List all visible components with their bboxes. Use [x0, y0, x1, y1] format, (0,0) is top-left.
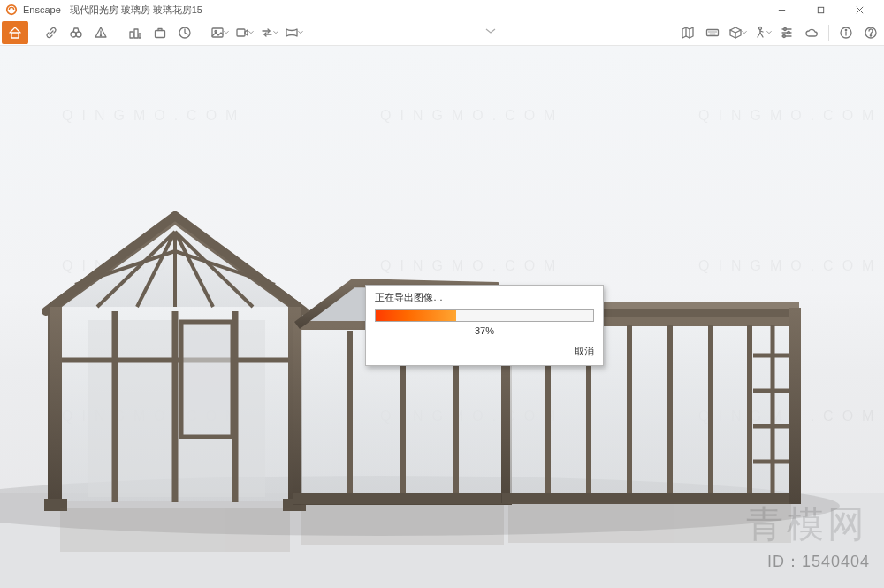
svg-rect-22 [707, 29, 719, 35]
map-icon[interactable] [676, 21, 699, 44]
toolbar-flex [307, 27, 674, 38]
svg-point-7 [76, 32, 81, 37]
title-bar: Enscape - 现代阳光房 玻璃房 玻璃花房15 [0, 0, 884, 19]
keyboard-icon[interactable] [701, 21, 724, 44]
svg-rect-18 [237, 29, 245, 36]
svg-rect-14 [156, 30, 165, 37]
svg-rect-91 [789, 308, 801, 504]
svg-rect-11 [130, 32, 133, 38]
svg-rect-93 [301, 504, 504, 545]
close-button[interactable] [840, 0, 879, 19]
toolbar-separator [202, 25, 202, 41]
svg-rect-74 [293, 493, 511, 504]
help-icon[interactable] [859, 21, 882, 44]
svg-point-0 [7, 5, 17, 15]
svg-point-31 [758, 27, 761, 29]
toolbar-separator [828, 25, 829, 41]
sliders-icon[interactable] [775, 21, 798, 44]
svg-rect-67 [181, 322, 232, 437]
svg-point-10 [100, 34, 101, 35]
svg-rect-5 [11, 33, 19, 38]
viewport-3d[interactable]: QINGMO.COM QINGMO.COM QINGMO.COM QINGMO.… [0, 46, 884, 588]
export-progress-dialog: 正在导出图像… 37% 取消 [365, 285, 604, 366]
svg-rect-2 [818, 7, 823, 12]
progress-percent: 37% [366, 324, 603, 341]
svg-point-40 [845, 29, 846, 30]
binoculars-icon[interactable] [65, 21, 88, 44]
minimize-button[interactable] [762, 0, 801, 19]
maximize-button[interactable] [801, 0, 840, 19]
cloud-icon[interactable] [800, 21, 823, 44]
swap-icon[interactable] [257, 21, 280, 44]
town-icon[interactable] [124, 21, 147, 44]
window-title: Enscape - 现代阳光房 玻璃房 玻璃花房15 [23, 4, 202, 17]
svg-point-6 [71, 32, 76, 37]
svg-point-17 [215, 30, 217, 32]
dialog-title: 正在导出图像… [366, 286, 603, 308]
walk-icon[interactable] [751, 21, 774, 44]
suitcase-icon[interactable] [149, 21, 171, 44]
toolbar-separator [34, 25, 34, 41]
progress-bar [375, 309, 594, 322]
cube-icon[interactable] [726, 21, 749, 44]
image-export-icon[interactable] [208, 21, 231, 44]
home-button[interactable] [2, 21, 28, 44]
svg-rect-59 [50, 307, 62, 507]
panorama-icon[interactable] [282, 21, 305, 44]
svg-rect-94 [508, 502, 791, 543]
svg-rect-13 [139, 34, 141, 38]
link-icon[interactable] [40, 21, 63, 44]
video-export-icon[interactable] [232, 21, 255, 44]
toolbar [0, 19, 884, 46]
progress-bar-fill [376, 310, 456, 321]
cancel-button[interactable]: 取消 [575, 345, 594, 358]
clock-icon[interactable] [173, 21, 196, 44]
warning-icon[interactable] [89, 21, 112, 44]
svg-rect-12 [134, 29, 138, 38]
svg-point-42 [870, 34, 871, 35]
toolbar-expand-caret[interactable] [478, 27, 503, 38]
app-icon [5, 4, 18, 16]
toolbar-separator [118, 25, 118, 41]
info-icon[interactable] [834, 21, 857, 44]
svg-rect-92 [60, 508, 290, 552]
